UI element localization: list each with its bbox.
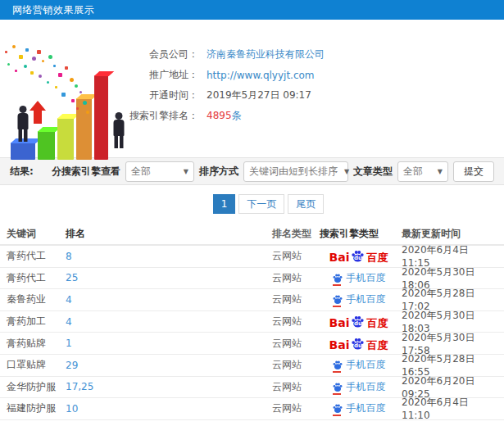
account-info-fields: 会员公司： 济南秦鲁药业科技有限公司 推广地址： http://www.qlyy… [107, 44, 492, 126]
table-row: 膏药代工 25 云网站 手机百度 2020年5月30日 18:06 [0, 268, 504, 290]
pagination: 1 下一页 尾页 [0, 185, 504, 223]
rank-type-cell: 云网站 [272, 337, 320, 351]
confetti-dot [37, 50, 41, 54]
illustration-bar-blue [11, 143, 35, 160]
rank-type-cell: 云网站 [272, 380, 320, 394]
keyword-cell: 膏药代工 [0, 249, 66, 263]
rank-count-unit: 条 [232, 110, 242, 121]
account-info-section: 会员公司： 济南秦鲁药业科技有限公司 推广地址： http://www.qlyy… [0, 20, 504, 157]
engine-cell: 手机百度 [320, 401, 397, 415]
engine-cell: Bai du 百度 [320, 337, 397, 351]
rank-link[interactable]: 10 [66, 403, 78, 415]
info-row-url: 推广地址： http://www.qlyyjt.com [107, 65, 492, 85]
rank-link[interactable]: 25 [66, 272, 78, 283]
next-page-button[interactable]: 下一页 [238, 194, 284, 214]
engine-view-select[interactable]: 全部 ▼ [125, 161, 194, 182]
confetti-dot [58, 73, 62, 77]
rank-cell: 25 [66, 272, 272, 283]
table-row: 秦鲁药业 4 云网站 手机百度 2020年5月28日 17:02 [0, 289, 504, 311]
rank-link[interactable]: 1 [66, 338, 72, 349]
mobile-baidu-logo: 手机百度 [332, 271, 386, 285]
confetti-dot [32, 57, 36, 61]
promo-url-link[interactable]: http://www.qlyyjt.com [207, 70, 315, 81]
confetti-dot [55, 86, 57, 88]
mobile-baidu-logo: 手机百度 [332, 380, 386, 394]
page-button-current[interactable]: 1 [213, 194, 236, 214]
confetti-dot [47, 81, 49, 84]
sort-select[interactable]: 关键词由短到长排序 ▼ [243, 161, 348, 182]
baidu-logo: Bai du 百度 [329, 337, 388, 351]
confetti-dot [25, 48, 29, 52]
rank-type-cell: 云网站 [272, 315, 320, 329]
confetti-dot [79, 91, 82, 93]
illustration-bar-yellow [57, 118, 74, 160]
mobile-baidu-logo: 手机百度 [332, 401, 386, 415]
confetti-dot [30, 71, 34, 75]
table-row: 膏药代工 8 云网站 Bai du 百度 2020年6月4日 11:15 [0, 246, 504, 268]
column-header: 搜索引擎类型 [320, 227, 397, 241]
rank-cell: 1 [66, 338, 272, 349]
rank-cell: 10 [66, 403, 272, 415]
rank-link[interactable]: 4 [66, 316, 72, 328]
rank-link[interactable]: 17,25 [66, 381, 93, 392]
keyword-cell: 福建防护服 [0, 401, 66, 415]
keyword-cell: 口罩贴牌 [0, 358, 66, 372]
confetti-dot [70, 78, 74, 82]
result-label: 结果: [10, 165, 34, 179]
confetti-dot [19, 55, 23, 59]
last-page-button[interactable]: 尾页 [288, 194, 324, 214]
engine-view-label: 分搜索引擎查看 [52, 165, 120, 179]
mobile-baidu-label: 手机百度 [347, 292, 386, 306]
up-arrow-icon [30, 101, 46, 125]
mobile-baidu-paw-icon [332, 382, 343, 392]
confetti-dot [61, 93, 66, 97]
rank-type-cell: 云网站 [272, 271, 320, 285]
confetti-dot [65, 66, 68, 70]
rank-link[interactable]: 4 [66, 294, 72, 306]
baidu-paw-icon: du [350, 337, 366, 351]
submit-button[interactable]: 提交 [453, 161, 494, 182]
table-header-row: 关键词排名排名类型搜索引擎类型最新更新时间 [0, 223, 504, 246]
company-link[interactable]: 济南秦鲁药业科技有限公司 [207, 48, 325, 61]
article-type-select[interactable]: 全部 ▼ [397, 161, 448, 182]
baidu-logo-bai-text: Bai [329, 317, 350, 329]
confetti-dot [71, 99, 75, 102]
confetti-dot [86, 111, 89, 114]
baidu-logo: Bai du 百度 [329, 315, 388, 329]
article-type-label: 文章类型 [353, 165, 393, 179]
keyword-cell: 膏药加工 [0, 315, 66, 329]
rank-link[interactable]: 29 [66, 360, 78, 371]
chevron-down-icon: ▼ [431, 168, 443, 175]
promo-url-label: 推广地址： [107, 68, 198, 82]
table-row: 膏药加工 4 云网站 Bai du 百度 2020年5月30日 18:03 [0, 311, 504, 333]
mobile-baidu-paw-icon [332, 360, 343, 370]
confetti-dot [24, 65, 27, 68]
chevron-down-icon: ▼ [338, 168, 349, 175]
mobile-baidu-label: 手机百度 [347, 380, 386, 394]
rank-link[interactable]: 8 [66, 251, 72, 262]
confetti-dot [53, 65, 56, 67]
engine-cell: 手机百度 [320, 271, 397, 285]
baidu-paw-icon: du [350, 249, 366, 263]
baidu-logo-du-text: du [354, 256, 362, 261]
rank-cell: 8 [66, 251, 272, 262]
confetti-dot [76, 107, 79, 110]
baidu-logo-bai-text: Bai [329, 339, 350, 351]
engine-view-selected-value: 全部 [131, 165, 151, 179]
confetti-dot [15, 70, 17, 72]
table-body: 膏药代工 8 云网站 Bai du 百度 2020年6月4日 11:15 膏药代… [0, 246, 504, 420]
filter-controls: 分搜索引擎查看 全部 ▼ 排序方式 关键词由短到长排序 ▼ 文章类型 全部 ▼ … [52, 161, 494, 182]
info-row-company: 会员公司： 济南秦鲁药业科技有限公司 [107, 44, 492, 65]
baidu-paw-icon: du [350, 315, 366, 329]
rank-count-number: 4895 [207, 110, 232, 121]
window-title-bar: 网络营销效果展示 [0, 0, 504, 20]
open-time-value: 2019年5月27日 09:17 [207, 88, 311, 102]
rank-type-cell: 云网站 [272, 249, 320, 263]
confetti-dot [75, 84, 78, 88]
table-row: 膏药贴牌 1 云网站 Bai du 百度 2020年5月30日 17:58 [0, 333, 504, 355]
confetti-dot [39, 75, 42, 78]
rank-cell: 17,25 [66, 381, 272, 392]
confetti-dot [83, 101, 87, 105]
rank-count-value: 4895条 [207, 109, 242, 123]
confetti-dot [12, 45, 16, 48]
